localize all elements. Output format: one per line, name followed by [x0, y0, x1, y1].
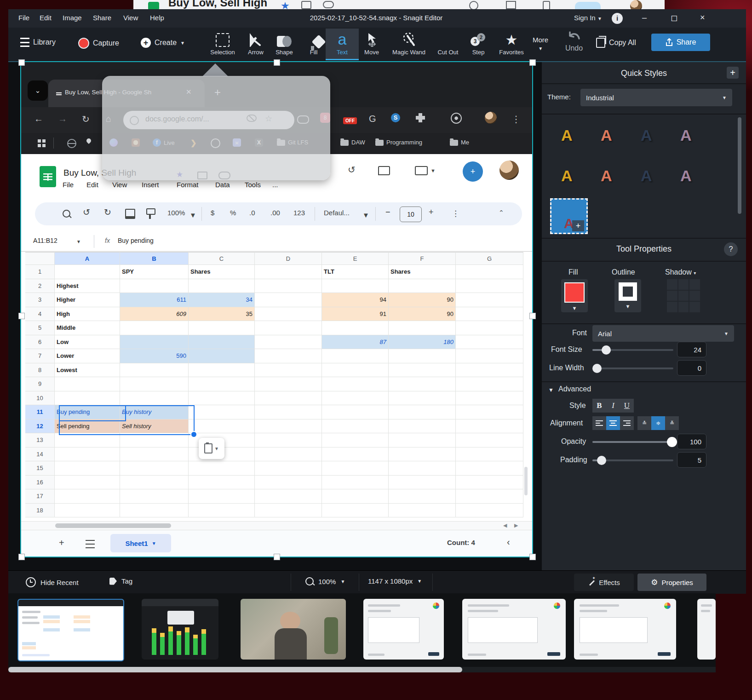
italic-button[interactable]: I: [606, 399, 620, 413]
row-header-13[interactable]: 13: [25, 433, 55, 448]
properties-button[interactable]: ⚙ Properties: [637, 574, 706, 591]
cell-A10[interactable]: [55, 391, 120, 406]
bold-button[interactable]: B: [592, 399, 606, 413]
forward-icon[interactable]: →: [58, 114, 67, 124]
cell-B5[interactable]: [120, 321, 189, 335]
cell-C17[interactable]: [189, 489, 255, 504]
kebab-menu-icon[interactable]: ⋮: [452, 209, 459, 218]
add-badge-icon[interactable]: +: [572, 220, 584, 231]
add-style-button[interactable]: +: [727, 67, 739, 79]
sheets-menu-view[interactable]: View: [112, 181, 127, 189]
font-size-value[interactable]: 24: [677, 342, 706, 357]
cell-A2[interactable]: Highest: [55, 279, 120, 293]
version-history-icon[interactable]: ↺: [348, 164, 356, 175]
all-sheets-icon[interactable]: [86, 540, 95, 548]
tool-move[interactable]: Move: [355, 29, 388, 60]
selection-handle-bl[interactable]: [18, 554, 25, 560]
cell-F3[interactable]: 90: [389, 293, 456, 307]
valign-bottom-button[interactable]: ≚: [665, 416, 679, 430]
cell-G10[interactable]: [456, 391, 523, 406]
cell-D6[interactable]: [255, 335, 322, 350]
cell-G18[interactable]: [456, 504, 523, 518]
row-header-16[interactable]: 16: [25, 476, 55, 490]
cell-G4[interactable]: [456, 307, 523, 321]
cell-G6[interactable]: [456, 335, 523, 350]
cell-F9[interactable]: [389, 377, 456, 391]
cell-E2[interactable]: [322, 279, 389, 293]
cell-D11[interactable]: [255, 405, 322, 419]
cell-F7[interactable]: [389, 349, 456, 363]
cell-E3[interactable]: 94: [322, 293, 389, 307]
paste-options-popup[interactable]: ▼: [199, 438, 224, 459]
cell-G5[interactable]: [456, 321, 523, 335]
zoom-value[interactable]: 100%: [167, 209, 185, 217]
increase-font-size[interactable]: +: [429, 207, 434, 217]
sign-in-button[interactable]: Sign In ▼: [574, 14, 602, 22]
cell-E13[interactable]: [322, 433, 389, 448]
menu-image[interactable]: Image: [63, 14, 82, 22]
row-header-14[interactable]: 14: [25, 448, 55, 462]
advanced-label[interactable]: Advanced: [558, 385, 591, 393]
cell-C18[interactable]: [189, 504, 255, 518]
cell-E6[interactable]: 87: [322, 335, 389, 350]
cell-D15[interactable]: [255, 461, 322, 476]
row-header-6[interactable]: 6: [25, 335, 55, 350]
thumbnail-document-1[interactable]: [363, 599, 444, 660]
cell-B15[interactable]: [120, 461, 189, 476]
cell-A15[interactable]: [55, 461, 120, 476]
cell-C15[interactable]: [189, 461, 255, 476]
cell-C10[interactable]: [189, 391, 255, 406]
reload-icon[interactable]: ↻: [82, 114, 90, 125]
cell-F12[interactable]: [389, 419, 456, 434]
cell-D10[interactable]: [255, 391, 322, 406]
more-button[interactable]: More▼: [533, 36, 548, 52]
cell-G12[interactable]: [456, 419, 523, 434]
cell-G15[interactable]: [456, 461, 523, 476]
undo-icon[interactable]: ↺: [83, 207, 90, 218]
selection-handle-bm[interactable]: [274, 554, 280, 560]
cell-B17[interactable]: [120, 489, 189, 504]
menu-help[interactable]: Help: [150, 14, 164, 22]
quick-style-text[interactable]: A: [601, 126, 612, 144]
cell-G9[interactable]: [456, 377, 523, 391]
pin-icon[interactable]: [86, 138, 92, 144]
tool-selection[interactable]: Selection: [206, 29, 239, 60]
fill-swatch[interactable]: ▼: [561, 279, 588, 312]
globe-bookmark-icon[interactable]: [67, 139, 76, 148]
cell-F5[interactable]: [389, 321, 456, 335]
padding-value[interactable]: 5: [677, 452, 706, 468]
cell-E7[interactable]: [322, 349, 389, 363]
tool-shape[interactable]: Shape: [268, 29, 301, 60]
tab-search-chevron-button[interactable]: ⌄: [28, 80, 48, 101]
cell-D8[interactable]: [255, 363, 322, 378]
cell-C7[interactable]: [189, 349, 255, 363]
cell-A17[interactable]: [55, 489, 120, 504]
cell-F1[interactable]: Shares: [389, 265, 456, 279]
cell-G3[interactable]: [456, 293, 523, 307]
advanced-collapse-icon[interactable]: ▼: [548, 387, 554, 393]
cell-A18[interactable]: [55, 504, 120, 518]
cell-G13[interactable]: [456, 433, 523, 448]
quick-style-text[interactable]: A: [601, 167, 612, 185]
captured-image[interactable]: ⌄ Buy Low, Sell High - Google Sh ✕ + ← →…: [21, 62, 532, 557]
row-header-3[interactable]: 3: [25, 293, 55, 307]
cell-C3[interactable]: 34: [189, 293, 255, 307]
row-header-5[interactable]: 5: [25, 321, 55, 335]
cell-B13[interactable]: [120, 433, 189, 448]
row-header-7[interactable]: 7: [25, 349, 55, 363]
cell-B16[interactable]: [120, 476, 189, 490]
more-formats-123[interactable]: 123: [293, 209, 305, 217]
tool-step[interactable]: 3 2 Step: [462, 29, 495, 60]
valign-middle-button[interactable]: ≑: [651, 416, 665, 430]
padding-slider[interactable]: [592, 459, 673, 461]
capture-button[interactable]: Capture: [78, 38, 119, 49]
scroll-left-icon[interactable]: ◀: [503, 522, 507, 528]
menu-share[interactable]: Share: [93, 14, 111, 22]
quick-style-text[interactable]: A: [561, 126, 573, 144]
add-sheet-icon[interactable]: +: [59, 538, 64, 548]
cell-G8[interactable]: [456, 363, 523, 378]
cell-E10[interactable]: [322, 391, 389, 406]
valign-top-button[interactable]: ≛: [637, 416, 651, 430]
hscroll-thumb[interactable]: [55, 523, 171, 528]
cell-A6[interactable]: Low: [55, 335, 120, 350]
